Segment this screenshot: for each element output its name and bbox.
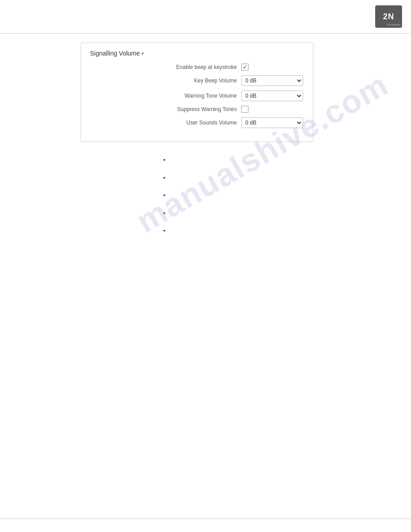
control-user-sounds-volume: 0 dB -6 dB -12 dB -18 dB Mute xyxy=(241,117,304,128)
list-item xyxy=(170,173,411,182)
label-warning-tone-volume: Warning Tone Volume xyxy=(165,93,237,99)
label-enable-beep: Enable beep at keystroke xyxy=(165,64,237,70)
bullet-list xyxy=(81,155,411,235)
logo-sub: IP intercom xyxy=(387,23,400,26)
row-key-beep-volume: Key Beep Volume 0 dB -6 dB -12 dB -18 dB… xyxy=(90,75,304,86)
control-key-beep-volume: 0 dB -6 dB -12 dB -18 dB Mute xyxy=(241,75,304,86)
label-suppress-warning-tones: Suppress Warning Tones xyxy=(165,106,237,112)
control-suppress-warning-tones xyxy=(241,106,304,113)
logo-text: 2N xyxy=(383,12,394,21)
select-key-beep-volume[interactable]: 0 dB -6 dB -12 dB -18 dB Mute xyxy=(241,75,303,86)
label-user-sounds-volume: User Sounds Volume xyxy=(165,120,237,126)
list-item xyxy=(170,209,411,218)
top-bar: 2N IP intercom xyxy=(0,0,411,34)
list-item xyxy=(170,226,411,235)
row-warning-tone-volume: Warning Tone Volume 0 dB -6 dB -12 dB -1… xyxy=(90,90,304,101)
signalling-volume-panel: Signalling Volume ▾ Enable beep at keyst… xyxy=(81,43,313,142)
logo: 2N IP intercom xyxy=(375,5,402,28)
row-suppress-warning-tones: Suppress Warning Tones xyxy=(90,106,304,113)
panel-collapse-arrow[interactable]: ▾ xyxy=(141,51,144,56)
row-enable-beep: Enable beep at keystroke xyxy=(90,64,304,71)
panel-title-text: Signalling Volume xyxy=(90,50,140,57)
main-content: Signalling Volume ▾ Enable beep at keyst… xyxy=(0,34,411,253)
control-warning-tone-volume: 0 dB -6 dB -12 dB -18 dB Mute xyxy=(241,90,304,101)
select-user-sounds-volume[interactable]: 0 dB -6 dB -12 dB -18 dB Mute xyxy=(241,117,303,128)
select-warning-tone-volume[interactable]: 0 dB -6 dB -12 dB -18 dB Mute xyxy=(241,90,303,101)
list-item xyxy=(170,155,411,164)
control-enable-beep xyxy=(241,64,304,71)
bottom-bar xyxy=(0,519,411,532)
panel-title: Signalling Volume ▾ xyxy=(90,50,304,57)
label-key-beep-volume: Key Beep Volume xyxy=(165,77,237,84)
checkbox-enable-beep[interactable] xyxy=(241,64,248,71)
checkbox-suppress-warning-tones[interactable] xyxy=(241,106,248,113)
row-user-sounds-volume: User Sounds Volume 0 dB -6 dB -12 dB -18… xyxy=(90,117,304,128)
list-item xyxy=(170,191,411,200)
